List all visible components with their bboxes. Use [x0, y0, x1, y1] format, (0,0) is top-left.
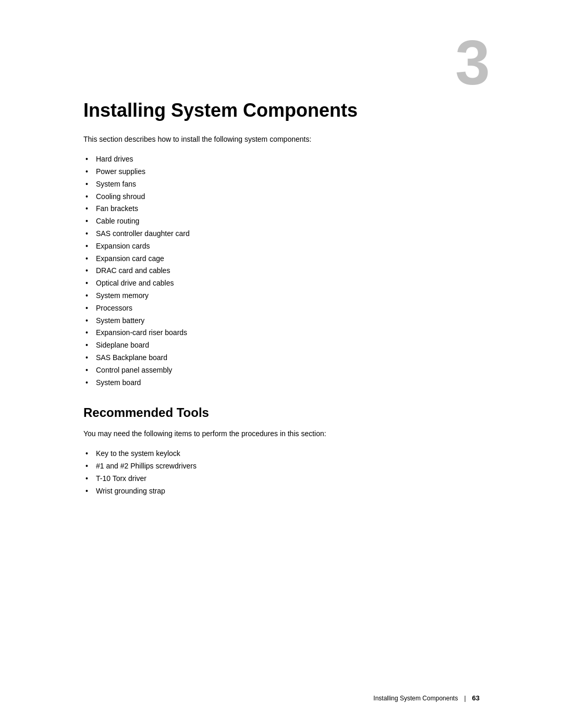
- list-item: Sideplane board: [83, 339, 480, 352]
- list-item: #1 and #2 Phillips screwdrivers: [83, 460, 480, 473]
- footer-page-number: 63: [472, 694, 480, 702]
- list-item: Processors: [83, 302, 480, 315]
- list-item: System memory: [83, 290, 480, 302]
- chapter-number: 3: [83, 31, 490, 94]
- recommended-tools-title: Recommended Tools: [83, 405, 480, 420]
- list-item: Expansion cards: [83, 240, 480, 253]
- list-item: Hard drives: [83, 153, 480, 166]
- list-item: Key to the system keylock: [83, 448, 480, 460]
- list-item: Expansion card cage: [83, 253, 480, 265]
- list-item: SAS Backplane board: [83, 352, 480, 364]
- list-item: T-10 Torx driver: [83, 473, 480, 485]
- tools-list: Key to the system keylock#1 and #2 Phill…: [83, 448, 480, 497]
- components-list: Hard drivesPower suppliesSystem fansCool…: [83, 153, 480, 389]
- list-item: Control panel assembly: [83, 364, 480, 377]
- intro-text: This section describes how to install th…: [83, 134, 480, 145]
- footer-separator: |: [464, 695, 466, 702]
- list-item: Expansion-card riser boards: [83, 327, 480, 339]
- list-item: Power supplies: [83, 166, 480, 178]
- chapter-title: Installing System Components: [83, 99, 480, 121]
- list-item: Wrist grounding strap: [83, 485, 480, 498]
- recommended-tools-intro: You may need the following items to perf…: [83, 428, 480, 439]
- list-item: SAS controller daughter card: [83, 228, 480, 240]
- list-item: System battery: [83, 315, 480, 327]
- list-item: Cooling shroud: [83, 191, 480, 203]
- list-item: DRAC card and cables: [83, 265, 480, 277]
- list-item: System fans: [83, 178, 480, 191]
- footer-label: Installing System Components: [373, 695, 458, 702]
- list-item: System board: [83, 377, 480, 389]
- list-item: Optical drive and cables: [83, 277, 480, 290]
- list-item: Fan brackets: [83, 203, 480, 215]
- page-container: 3 Installing System Components This sect…: [0, 0, 563, 728]
- page-footer: Installing System Components | 63: [0, 694, 563, 702]
- list-item: Cable routing: [83, 215, 480, 228]
